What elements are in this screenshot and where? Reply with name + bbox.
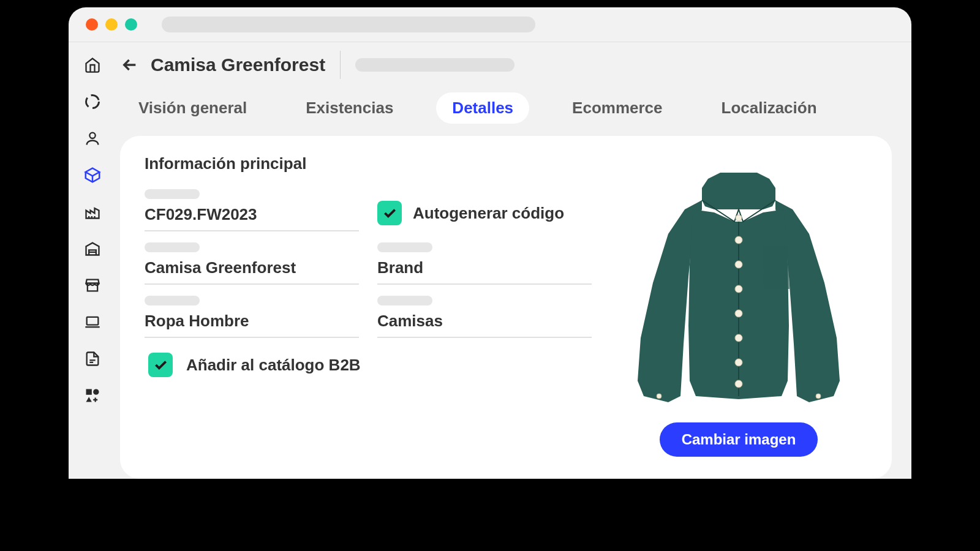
details-card: Información principal CF029.FW2023 Autog… (120, 136, 892, 479)
window-close-dot[interactable] (86, 18, 98, 31)
window-minimize-dot[interactable] (105, 18, 118, 31)
subcategory-field[interactable]: Camisas (377, 296, 592, 338)
laptop-icon[interactable] (83, 313, 102, 331)
svg-point-9 (735, 310, 742, 317)
back-button[interactable] (120, 55, 140, 75)
page-title: Camisa Greenforest (151, 54, 325, 75)
brand-field[interactable]: Brand (377, 242, 592, 285)
tab-localization[interactable]: Localización (706, 92, 833, 124)
subtitle-placeholder (355, 58, 514, 72)
tab-stock[interactable]: Existencias (290, 92, 409, 124)
titlebar (69, 7, 911, 42)
svg-point-10 (735, 334, 742, 342)
autogen-checkbox[interactable] (377, 201, 402, 225)
change-image-button[interactable]: Cambiar imagen (660, 422, 818, 457)
svg-point-6 (735, 236, 742, 244)
subcategory-value: Camisas (377, 312, 592, 338)
b2b-checkbox[interactable] (148, 353, 173, 377)
svg-point-13 (657, 394, 662, 399)
brand-label-placeholder (377, 242, 432, 252)
name-label-placeholder (145, 242, 200, 252)
svg-point-11 (735, 359, 742, 366)
b2b-label: Añadir al catálogo B2B (186, 356, 361, 375)
code-label-placeholder (145, 189, 200, 199)
svg-point-8 (735, 285, 742, 293)
header-row: Camisa Greenforest (120, 51, 892, 79)
progress-circle-icon[interactable] (83, 92, 102, 111)
svg-point-0 (86, 96, 99, 108)
tab-details[interactable]: Detalles (436, 92, 529, 124)
svg-point-12 (735, 380, 742, 388)
autogen-label: Autogenerar código (413, 204, 564, 223)
svg-point-1 (89, 133, 95, 138)
tab-ecommerce[interactable]: Ecommerce (556, 92, 678, 124)
shirt-icon (610, 154, 867, 411)
svg-point-4 (93, 389, 99, 395)
tab-overview[interactable]: Visión general (123, 92, 263, 124)
product-image (610, 154, 867, 411)
user-icon[interactable] (83, 129, 102, 148)
sidebar (69, 42, 116, 479)
home-icon[interactable] (83, 56, 102, 74)
category-field[interactable]: Ropa Hombre (145, 296, 359, 338)
app-window: Camisa Greenforest Visión general Existe… (69, 7, 911, 479)
svg-point-5 (736, 215, 742, 221)
window-maximize-dot[interactable] (125, 18, 137, 31)
box-icon[interactable] (83, 166, 102, 184)
name-field[interactable]: Camisa Greenforest (145, 242, 359, 285)
warehouse-icon[interactable] (83, 239, 102, 258)
brand-value: Brand (377, 258, 592, 285)
factory-icon[interactable] (83, 203, 102, 221)
svg-point-7 (735, 261, 742, 268)
tabs-row: Visión general Existencias Detalles Ecom… (120, 84, 892, 136)
section-title: Información principal (145, 154, 592, 173)
name-value: Camisa Greenforest (145, 258, 359, 285)
svg-rect-3 (86, 389, 92, 395)
vertical-divider (340, 51, 341, 79)
code-field[interactable]: CF029.FW2023 (145, 189, 359, 231)
svg-point-14 (816, 394, 821, 399)
shapes-icon[interactable] (83, 386, 102, 405)
document-icon[interactable] (83, 350, 102, 368)
image-area: Cambiar imagen (610, 154, 867, 457)
category-value: Ropa Hombre (145, 312, 359, 338)
main-content: Camisa Greenforest Visión general Existe… (116, 42, 911, 479)
form-area: Información principal CF029.FW2023 Autog… (145, 154, 592, 457)
code-value: CF029.FW2023 (145, 205, 359, 231)
subcategory-label-placeholder (377, 296, 432, 305)
svg-rect-2 (87, 317, 99, 325)
url-bar-placeholder[interactable] (162, 17, 535, 32)
storefront-icon[interactable] (83, 276, 102, 294)
category-label-placeholder (145, 296, 200, 305)
